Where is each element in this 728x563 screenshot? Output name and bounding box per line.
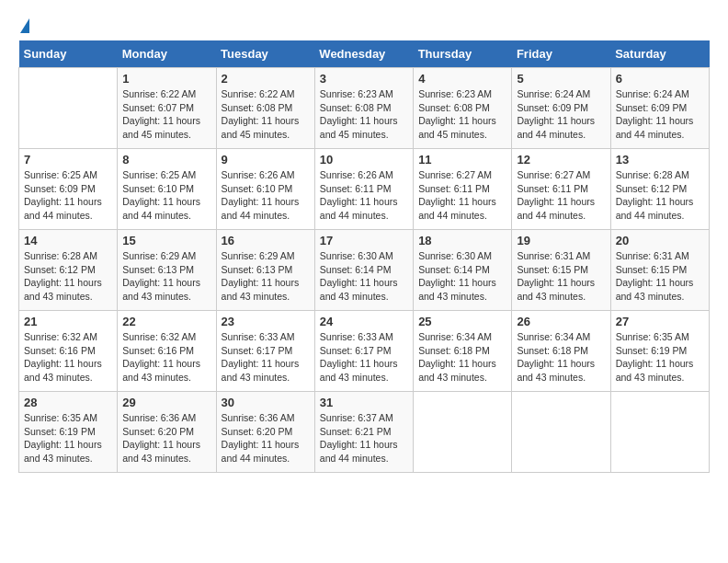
cell-info: Sunrise: 6:22 AMSunset: 6:08 PMDaylight:… bbox=[222, 87, 310, 142]
cell-info: Sunrise: 6:36 AMSunset: 6:20 PMDaylight:… bbox=[222, 411, 310, 465]
calendar-cell bbox=[610, 392, 709, 473]
calendar-cell: 4Sunrise: 6:23 AMSunset: 6:08 PMDaylight… bbox=[414, 68, 512, 149]
calendar-cell: 14Sunrise: 6:28 AMSunset: 6:12 PMDayligh… bbox=[19, 230, 118, 311]
calendar-cell: 19Sunrise: 6:31 AMSunset: 6:15 PMDayligh… bbox=[512, 230, 610, 311]
day-number: 28 bbox=[24, 396, 112, 409]
cell-info: Sunrise: 6:28 AMSunset: 6:12 PMDaylight:… bbox=[616, 168, 704, 223]
weekday-header-thursday: Thursday bbox=[414, 40, 512, 68]
day-number: 6 bbox=[616, 72, 704, 86]
cell-info: Sunrise: 6:35 AMSunset: 6:19 PMDaylight:… bbox=[24, 411, 112, 465]
day-number: 26 bbox=[517, 315, 605, 328]
weekday-header-friday: Friday bbox=[512, 40, 610, 68]
day-number: 23 bbox=[222, 315, 310, 328]
calendar-week-row: 21Sunrise: 6:32 AMSunset: 6:16 PMDayligh… bbox=[19, 311, 710, 392]
day-number: 15 bbox=[122, 234, 210, 247]
day-number: 4 bbox=[418, 72, 506, 86]
weekday-header-sunday: Sunday bbox=[19, 40, 118, 68]
calendar-cell bbox=[414, 392, 512, 473]
day-number: 22 bbox=[122, 315, 210, 328]
day-number: 9 bbox=[222, 153, 310, 167]
calendar-cell: 11Sunrise: 6:27 AMSunset: 6:11 PMDayligh… bbox=[414, 149, 512, 230]
cell-info: Sunrise: 6:23 AMSunset: 6:08 PMDaylight:… bbox=[418, 87, 506, 142]
cell-info: Sunrise: 6:29 AMSunset: 6:13 PMDaylight:… bbox=[222, 249, 310, 304]
calendar-cell: 26Sunrise: 6:34 AMSunset: 6:18 PMDayligh… bbox=[512, 311, 610, 392]
weekday-header-tuesday: Tuesday bbox=[216, 40, 314, 68]
day-number: 3 bbox=[320, 72, 408, 86]
calendar-cell: 7Sunrise: 6:25 AMSunset: 6:09 PMDaylight… bbox=[19, 149, 118, 230]
day-number: 17 bbox=[320, 234, 408, 247]
calendar-cell: 29Sunrise: 6:36 AMSunset: 6:20 PMDayligh… bbox=[118, 392, 216, 473]
calendar-cell: 9Sunrise: 6:26 AMSunset: 6:10 PMDaylight… bbox=[216, 149, 314, 230]
cell-info: Sunrise: 6:30 AMSunset: 6:14 PMDaylight:… bbox=[418, 249, 506, 304]
cell-info: Sunrise: 6:36 AMSunset: 6:20 PMDaylight:… bbox=[122, 411, 210, 465]
weekday-header-monday: Monday bbox=[118, 40, 216, 68]
calendar-cell: 31Sunrise: 6:37 AMSunset: 6:21 PMDayligh… bbox=[314, 392, 413, 473]
calendar-cell: 16Sunrise: 6:29 AMSunset: 6:13 PMDayligh… bbox=[216, 230, 314, 311]
cell-info: Sunrise: 6:31 AMSunset: 6:15 PMDaylight:… bbox=[517, 249, 605, 304]
cell-info: Sunrise: 6:29 AMSunset: 6:13 PMDaylight:… bbox=[122, 249, 210, 304]
cell-info: Sunrise: 6:28 AMSunset: 6:12 PMDaylight:… bbox=[24, 249, 112, 304]
calendar-cell: 21Sunrise: 6:32 AMSunset: 6:16 PMDayligh… bbox=[19, 311, 118, 392]
day-number: 27 bbox=[616, 315, 704, 328]
calendar-cell: 1Sunrise: 6:22 AMSunset: 6:07 PMDaylight… bbox=[118, 68, 216, 149]
calendar-cell: 3Sunrise: 6:23 AMSunset: 6:08 PMDaylight… bbox=[314, 68, 413, 149]
calendar-cell: 25Sunrise: 6:34 AMSunset: 6:18 PMDayligh… bbox=[414, 311, 512, 392]
cell-info: Sunrise: 6:26 AMSunset: 6:10 PMDaylight:… bbox=[222, 168, 310, 223]
cell-info: Sunrise: 6:24 AMSunset: 6:09 PMDaylight:… bbox=[616, 87, 704, 142]
day-number: 24 bbox=[320, 315, 408, 328]
calendar-week-row: 7Sunrise: 6:25 AMSunset: 6:09 PMDaylight… bbox=[19, 149, 710, 230]
day-number: 16 bbox=[222, 234, 310, 247]
calendar-cell: 23Sunrise: 6:33 AMSunset: 6:17 PMDayligh… bbox=[216, 311, 314, 392]
cell-info: Sunrise: 6:22 AMSunset: 6:07 PMDaylight:… bbox=[122, 87, 210, 142]
cell-info: Sunrise: 6:27 AMSunset: 6:11 PMDaylight:… bbox=[418, 168, 506, 223]
day-number: 29 bbox=[122, 396, 210, 409]
calendar-cell: 12Sunrise: 6:27 AMSunset: 6:11 PMDayligh… bbox=[512, 149, 610, 230]
calendar-cell: 17Sunrise: 6:30 AMSunset: 6:14 PMDayligh… bbox=[314, 230, 413, 311]
calendar-cell: 5Sunrise: 6:24 AMSunset: 6:09 PMDaylight… bbox=[512, 68, 610, 149]
day-number: 1 bbox=[122, 72, 210, 86]
calendar-cell: 30Sunrise: 6:36 AMSunset: 6:20 PMDayligh… bbox=[216, 392, 314, 473]
cell-info: Sunrise: 6:30 AMSunset: 6:14 PMDaylight:… bbox=[320, 249, 408, 304]
cell-info: Sunrise: 6:33 AMSunset: 6:17 PMDaylight:… bbox=[222, 330, 310, 385]
day-number: 5 bbox=[517, 72, 605, 86]
calendar-cell: 6Sunrise: 6:24 AMSunset: 6:09 PMDaylight… bbox=[610, 68, 709, 149]
day-number: 7 bbox=[24, 153, 112, 167]
day-number: 25 bbox=[418, 315, 506, 328]
cell-info: Sunrise: 6:34 AMSunset: 6:18 PMDaylight:… bbox=[418, 330, 506, 385]
calendar-cell: 2Sunrise: 6:22 AMSunset: 6:08 PMDaylight… bbox=[216, 68, 314, 149]
calendar-cell: 27Sunrise: 6:35 AMSunset: 6:19 PMDayligh… bbox=[610, 311, 709, 392]
day-number: 14 bbox=[24, 234, 112, 247]
logo-triangle-icon bbox=[20, 18, 29, 33]
day-number: 30 bbox=[222, 396, 310, 409]
day-number: 21 bbox=[24, 315, 112, 328]
day-number: 10 bbox=[320, 153, 408, 167]
day-number: 31 bbox=[320, 396, 408, 409]
cell-info: Sunrise: 6:23 AMSunset: 6:08 PMDaylight:… bbox=[320, 87, 408, 142]
calendar-cell: 8Sunrise: 6:25 AMSunset: 6:10 PMDaylight… bbox=[118, 149, 216, 230]
calendar-cell: 15Sunrise: 6:29 AMSunset: 6:13 PMDayligh… bbox=[118, 230, 216, 311]
day-number: 12 bbox=[517, 153, 605, 167]
calendar-cell: 13Sunrise: 6:28 AMSunset: 6:12 PMDayligh… bbox=[610, 149, 709, 230]
cell-info: Sunrise: 6:35 AMSunset: 6:19 PMDaylight:… bbox=[616, 330, 704, 385]
calendar-cell: 10Sunrise: 6:26 AMSunset: 6:11 PMDayligh… bbox=[314, 149, 413, 230]
cell-info: Sunrise: 6:32 AMSunset: 6:16 PMDaylight:… bbox=[24, 330, 112, 385]
day-number: 19 bbox=[517, 234, 605, 247]
calendar-week-row: 1Sunrise: 6:22 AMSunset: 6:07 PMDaylight… bbox=[19, 68, 710, 149]
cell-info: Sunrise: 6:25 AMSunset: 6:10 PMDaylight:… bbox=[122, 168, 210, 223]
calendar-table: SundayMondayTuesdayWednesdayThursdayFrid… bbox=[18, 40, 710, 473]
cell-info: Sunrise: 6:37 AMSunset: 6:21 PMDaylight:… bbox=[320, 411, 408, 465]
day-number: 11 bbox=[418, 153, 506, 167]
calendar-cell: 28Sunrise: 6:35 AMSunset: 6:19 PMDayligh… bbox=[19, 392, 118, 473]
calendar-cell: 18Sunrise: 6:30 AMSunset: 6:14 PMDayligh… bbox=[414, 230, 512, 311]
cell-info: Sunrise: 6:31 AMSunset: 6:15 PMDaylight:… bbox=[616, 249, 704, 304]
day-number: 13 bbox=[616, 153, 704, 167]
day-number: 20 bbox=[616, 234, 704, 247]
day-number: 18 bbox=[418, 234, 506, 247]
calendar-cell: 20Sunrise: 6:31 AMSunset: 6:15 PMDayligh… bbox=[610, 230, 709, 311]
calendar-cell bbox=[19, 68, 118, 149]
calendar-cell: 24Sunrise: 6:33 AMSunset: 6:17 PMDayligh… bbox=[314, 311, 413, 392]
calendar-cell: 22Sunrise: 6:32 AMSunset: 6:16 PMDayligh… bbox=[118, 311, 216, 392]
cell-info: Sunrise: 6:32 AMSunset: 6:16 PMDaylight:… bbox=[122, 330, 210, 385]
calendar-week-row: 28Sunrise: 6:35 AMSunset: 6:19 PMDayligh… bbox=[19, 392, 710, 473]
cell-info: Sunrise: 6:33 AMSunset: 6:17 PMDaylight:… bbox=[320, 330, 408, 385]
